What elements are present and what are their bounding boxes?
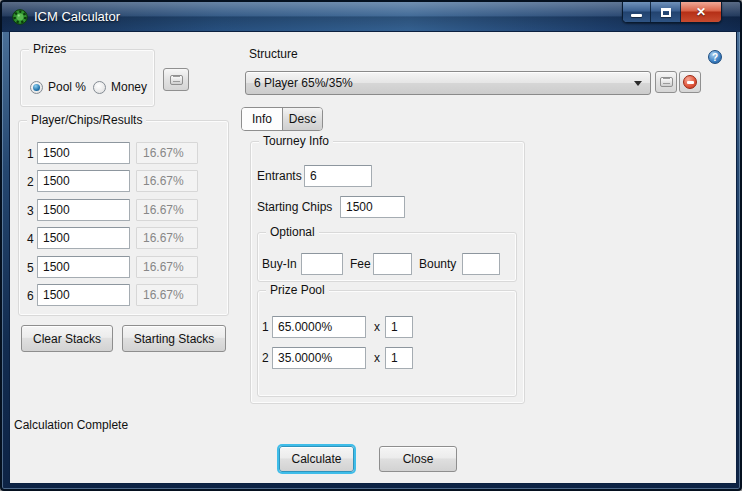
player-chips-input[interactable] — [37, 256, 130, 278]
player-chips-input[interactable] — [37, 227, 130, 249]
player-result-field: 16.67% — [136, 284, 198, 306]
starting-chips-input[interactable] — [340, 196, 405, 218]
buyin-input[interactable] — [301, 253, 343, 275]
prize-percent-input[interactable] — [272, 347, 366, 369]
save-structure-button[interactable] — [655, 71, 677, 93]
tourney-info-label: Tourney Info — [259, 134, 333, 148]
times-label: x — [374, 320, 380, 334]
prize-multiplier-input[interactable] — [385, 316, 413, 338]
starting-chips-label: Starting Chips — [257, 200, 332, 214]
poker-chip-icon — [12, 9, 28, 25]
pool-percent-label: Pool % — [48, 80, 86, 94]
player-number: 3 — [27, 204, 34, 218]
player-number: 1 — [27, 147, 34, 161]
money-label: Money — [111, 80, 147, 94]
times-label: x — [374, 351, 380, 365]
prize-percent-input[interactable] — [272, 316, 366, 338]
entrants-label: Entrants — [257, 169, 302, 183]
prizes-group: Prizes Pool % Money — [20, 49, 155, 107]
prizes-group-label: Prizes — [29, 42, 70, 56]
status-text: Calculation Complete — [14, 418, 128, 432]
print-prizes-button[interactable] — [163, 68, 189, 91]
client-area: Prizes Pool % Money Player/Chips/Results… — [10, 32, 736, 483]
close-icon: ✕ — [696, 6, 706, 18]
player-number: 2 — [27, 175, 34, 189]
player-chips-input[interactable] — [37, 284, 130, 306]
entrants-input[interactable] — [304, 165, 372, 187]
window-controls: ✕ — [622, 2, 722, 23]
radio-button-icon — [30, 81, 43, 94]
player-number: 4 — [27, 232, 34, 246]
prize-pool-group: Prize Pool — [257, 290, 517, 397]
bounty-input[interactable] — [462, 253, 500, 275]
printer-icon — [660, 77, 673, 87]
delete-structure-button[interactable] — [679, 71, 701, 93]
maximize-icon — [661, 8, 671, 17]
player-result-field: 16.67% — [136, 199, 198, 221]
maximize-button[interactable] — [651, 2, 681, 22]
dropdown-arrow-icon — [634, 81, 642, 86]
radio-button-icon — [93, 81, 106, 94]
close-dialog-button[interactable]: Close — [379, 446, 457, 472]
players-group-label: Player/Chips/Results — [27, 113, 146, 127]
player-result-field: 16.67% — [136, 170, 198, 192]
printer-icon — [170, 75, 183, 85]
clear-stacks-button[interactable]: Clear Stacks — [21, 325, 113, 352]
tab-desc[interactable]: Desc — [282, 108, 322, 130]
player-chips-input[interactable] — [37, 142, 130, 164]
fee-input[interactable] — [373, 253, 412, 275]
structure-dropdown[interactable]: 6 Player 65%/35% — [245, 71, 651, 95]
bounty-label: Bounty — [419, 257, 456, 271]
player-result-field: 16.67% — [136, 256, 198, 278]
minimize-button[interactable] — [623, 2, 651, 22]
calculate-button[interactable]: Calculate — [279, 446, 354, 472]
help-icon[interactable]: ? — [708, 50, 722, 64]
prize-multiplier-input[interactable] — [385, 347, 413, 369]
close-button[interactable]: ✕ — [681, 2, 721, 22]
buyin-label: Buy-In — [262, 257, 297, 271]
prize-pool-label: Prize Pool — [266, 283, 329, 297]
minimize-icon — [631, 14, 642, 17]
player-chips-input[interactable] — [37, 170, 130, 192]
prize-place-number: 1 — [262, 320, 269, 334]
starting-stacks-button[interactable]: Starting Stacks — [122, 325, 226, 352]
tab-bar: Info Desc — [241, 107, 323, 131]
optional-group-label: Optional — [266, 225, 319, 239]
player-chips-input[interactable] — [37, 199, 130, 221]
prize-place-number: 2 — [262, 351, 269, 365]
structure-label: Structure — [249, 47, 298, 61]
player-number: 5 — [27, 261, 34, 275]
player-number: 6 — [27, 289, 34, 303]
radio-money[interactable]: Money — [93, 80, 147, 94]
tab-info[interactable]: Info — [242, 108, 282, 130]
structure-selected-value: 6 Player 65%/35% — [254, 76, 353, 90]
player-result-field: 16.67% — [136, 227, 198, 249]
player-result-field: 16.67% — [136, 142, 198, 164]
radio-pool-percent[interactable]: Pool % — [30, 80, 86, 94]
window-title: ICM Calculator — [34, 2, 120, 32]
fee-label: Fee — [350, 257, 371, 271]
icm-calculator-window: ICM Calculator ✕ Prizes Pool % Money — [0, 0, 742, 491]
delete-icon — [683, 75, 697, 89]
